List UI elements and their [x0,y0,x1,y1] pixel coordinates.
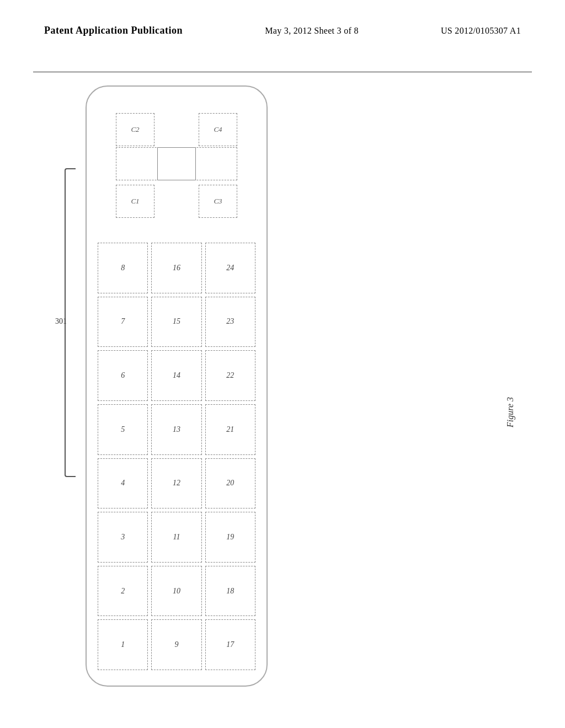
num-cell-20: 20 [205,458,255,509]
num-cell-11: 11 [151,512,201,563]
num-cell-12: 12 [151,458,201,509]
num-cell-17: 17 [205,619,255,670]
num-cell-16: 16 [151,243,201,293]
num-cell-23: 23 [205,297,255,347]
pad-c4: C4 [199,113,237,146]
pad-c1: C1 [116,185,154,218]
num-cell-9: 9 [151,619,201,670]
number-grid: 816247152361422513214122031119210181917 [98,243,255,670]
num-cell-2: 2 [98,566,148,617]
pad-c3: C3 [199,185,237,218]
num-cell-18: 18 [205,566,255,617]
num-cell-14: 14 [151,350,201,401]
number-grid-section: 816247152361422513214122031119210181917 [98,243,255,670]
num-cell-15: 15 [151,297,201,347]
num-cell-1: 1 [98,619,148,670]
num-cell-4: 4 [98,458,148,509]
page-header: Patent Application Publication May 3, 20… [0,25,565,36]
pad-c2: C2 [116,113,154,146]
num-cell-7: 7 [98,297,148,347]
figure-label: Figure 3 [505,397,515,427]
device-diagram: 301 C2 C4 C5 C1 C3 [86,85,268,687]
cross-pad: C2 C4 C5 C1 C3 [116,113,237,218]
pad-center [157,147,196,180]
num-cell-22: 22 [205,350,255,401]
num-cell-6: 6 [98,350,148,401]
ref-label-301: 301 [55,317,67,326]
num-cell-21: 21 [205,404,255,455]
num-cell-3: 3 [98,512,148,563]
num-cell-13: 13 [151,404,201,455]
num-cell-24: 24 [205,243,255,293]
publication-title: Patent Application Publication [44,25,183,36]
num-cell-19: 19 [205,512,255,563]
sheet-info: May 3, 2012 Sheet 3 of 8 [265,26,358,36]
patent-number: US 2012/0105307 A1 [441,26,521,36]
header-divider [33,72,532,72]
top-section: C2 C4 C5 C1 C3 [102,105,251,226]
num-cell-10: 10 [151,566,201,617]
num-cell-5: 5 [98,404,148,455]
num-cell-8: 8 [98,243,148,293]
